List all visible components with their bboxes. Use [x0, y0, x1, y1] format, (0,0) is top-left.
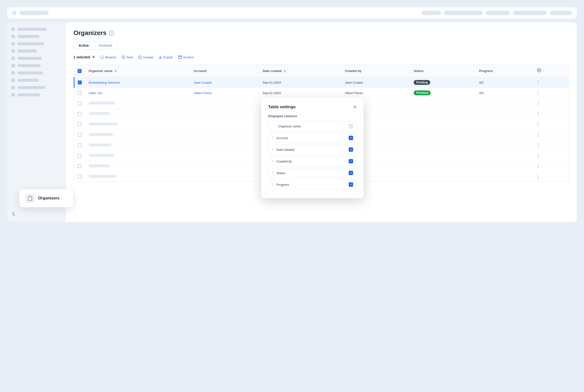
unseal-button[interactable]: Unseal [138, 54, 154, 60]
row-menu-button[interactable]: ⋮ [536, 174, 540, 179]
sidebar-label [18, 50, 37, 52]
column-checkbox-status[interactable] [349, 171, 353, 175]
row-menu-button[interactable]: ⋮ [536, 80, 540, 85]
modal-close-button[interactable]: ✕ [353, 105, 357, 109]
top-bar [7, 7, 577, 18]
row-menu-button[interactable]: ⋮ [536, 132, 540, 137]
row-checkbox[interactable] [78, 164, 82, 168]
created-by-cell: Albert Flores [342, 88, 410, 98]
column-row-status: ⠿ Status [268, 168, 357, 178]
sidebar-icon [11, 93, 15, 97]
drag-handle-icon[interactable]: ⠿ [272, 136, 274, 140]
drag-handle-icon[interactable]: ⠿ [272, 183, 274, 186]
row-checkbox[interactable] [78, 112, 82, 116]
select-all-checkbox[interactable] [78, 69, 82, 73]
sort-date-icon[interactable]: ⇅ [283, 70, 286, 72]
sidebar-icon [11, 56, 15, 60]
tab-active[interactable]: Active [74, 42, 94, 49]
row-menu-button[interactable]: ⋮ [536, 101, 540, 106]
sidebar-icon [11, 71, 15, 75]
row-checkbox[interactable] [78, 91, 82, 95]
archive-button[interactable]: Archive [178, 54, 194, 60]
column-label: Progress [276, 183, 289, 186]
row-checkbox[interactable] [78, 133, 82, 137]
organizer-name-cell: Bookkeeping Services [85, 77, 190, 88]
select-all-header[interactable] [74, 65, 85, 77]
date-created-cell: Sep-01-2024 [259, 77, 342, 88]
row-checkbox[interactable] [78, 154, 82, 158]
column-label: Date cteated [276, 148, 294, 152]
row-menu-button[interactable]: ⋮ [536, 90, 540, 95]
sidebar-label [18, 42, 44, 45]
unseal-icon [138, 55, 142, 59]
svg-rect-2 [139, 57, 142, 58]
drag-handle-icon[interactable]: ⠿ [272, 160, 274, 163]
row-checkbox[interactable] [78, 143, 82, 147]
topbar-pill [20, 11, 49, 15]
organizer-name-link[interactable]: Sales Tax [89, 91, 102, 95]
row-checkbox[interactable] [78, 102, 82, 105]
sidebar-icon [11, 27, 15, 31]
row-menu-button[interactable]: ⋮ [536, 111, 540, 116]
sidebar-label [18, 86, 46, 89]
column-row-date-created: ⠿ Date cteated [268, 145, 357, 154]
sidebar-icon [11, 86, 15, 90]
organizer-name-link[interactable]: Bookkeeping Services [89, 81, 120, 84]
sidebar-item [11, 42, 62, 46]
progress-cell: 0/2 [476, 77, 532, 88]
column-row-progress: ⠿ Progress [268, 180, 357, 190]
sidebar-item [11, 27, 62, 31]
sidebar-item [11, 93, 62, 97]
row-menu-button[interactable]: ⋮ [536, 153, 540, 158]
account-link[interactable]: Albert Flores [194, 91, 212, 95]
column-row-account: ⠿ Account [268, 133, 357, 143]
sidebar-item [11, 86, 62, 90]
column-label: Account [276, 136, 288, 140]
export-button[interactable]: Export [158, 54, 173, 60]
row-checkbox[interactable] [78, 122, 82, 126]
topbar-pill [421, 11, 441, 15]
column-checkbox-date-created[interactable] [349, 147, 353, 152]
col-header-account: Account [190, 65, 259, 77]
archive-icon [178, 55, 182, 59]
row-menu-button[interactable]: ⋮ [536, 164, 540, 168]
sidebar-item [11, 56, 62, 60]
clear-selection-button[interactable]: ✕ [92, 55, 95, 59]
row-checkbox-cell[interactable] [74, 77, 85, 88]
tab-group: Active Archived [74, 42, 117, 49]
tab-archived[interactable]: Archived [94, 42, 117, 49]
page-title: Organizers [74, 29, 107, 37]
table-settings-button[interactable] [536, 67, 542, 75]
row-menu-button[interactable]: ⋮ [536, 143, 540, 148]
row-action-cell[interactable]: ⋮ [532, 88, 569, 98]
created-by-cell: Jane Cooper [342, 77, 410, 88]
sidebar-label [18, 35, 40, 38]
drag-handle-icon[interactable]: ⠿ [272, 171, 274, 174]
row-action-cell[interactable]: ⋮ [532, 77, 569, 88]
column-checkbox-progress[interactable] [349, 182, 353, 187]
topbar-pill [550, 11, 572, 15]
col-header-created-by: Created by [342, 65, 410, 77]
resend-button[interactable]: Resend [100, 54, 117, 60]
sort-icon[interactable]: ⇅ [114, 70, 117, 72]
row-menu-button[interactable]: ⋮ [536, 122, 540, 127]
drag-handle-icon[interactable]: ⠿ [272, 148, 274, 151]
row-checkbox[interactable] [78, 80, 82, 84]
sidebar-icon [11, 42, 15, 46]
row-checkbox-cell[interactable] [74, 88, 85, 98]
col-header-name: Organizer name ⇅ [85, 65, 190, 77]
column-checkbox-created-by[interactable] [349, 159, 353, 164]
account-link[interactable]: Jane Cooper [194, 81, 212, 84]
organizers-icon: 📋 [25, 194, 35, 203]
col-header-settings[interactable] [532, 65, 569, 77]
sidebar-icon [11, 78, 15, 82]
row-checkbox[interactable] [78, 174, 82, 178]
help-icon[interactable]: ? [109, 31, 114, 36]
column-checkbox-account[interactable] [349, 136, 353, 140]
progress-cell: 4/4 [476, 88, 532, 98]
organizers-tooltip-label: Organizers [38, 196, 60, 200]
status-badge: Finished [414, 90, 430, 95]
seal-button[interactable]: Seal [121, 54, 133, 60]
topbar-circle [12, 11, 17, 15]
export-icon [158, 55, 162, 59]
